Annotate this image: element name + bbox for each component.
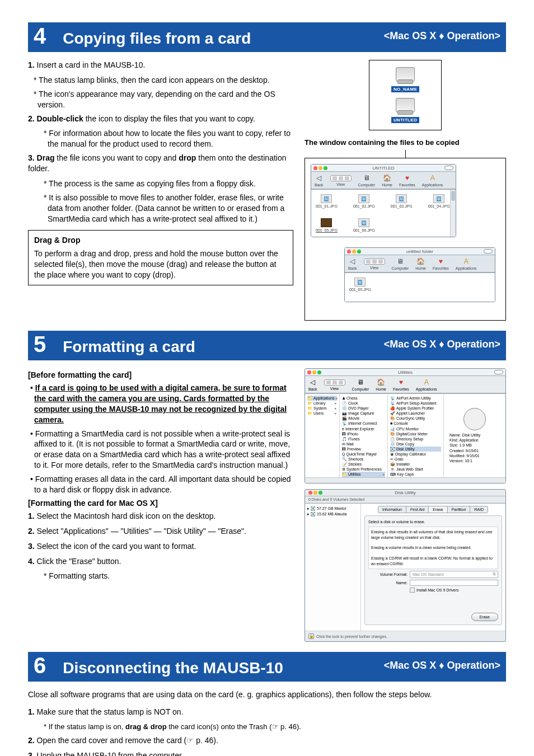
s5-step-3: 3. Select the icon of the card you want … (28, 541, 293, 552)
file-item: 🖼001_04.JPG (428, 194, 450, 208)
s4-step-1: 1. Insert a card in the MAUSB-10. (28, 60, 293, 71)
titlebar: UNTITLED (311, 165, 456, 172)
section-5-tag: <Mac OS X ♦ Operation> (384, 339, 500, 350)
s4-step-3: 3. Drag the file icons you want to copy … (28, 153, 293, 174)
drive-icon-no-name: NO_NAME (391, 67, 419, 92)
section-5-content: [Before formatting the card] • If a card… (28, 368, 506, 642)
back-button: ◁Back (348, 257, 357, 270)
titlebar: Utilities (305, 369, 505, 376)
desktop-icons-illustration: NO_NAME UNTITLED (369, 60, 442, 130)
selection-status: 0 Disks and 0 Volumes Selected (305, 496, 505, 503)
preview-column: Name: Disk Utility Kind: Application Siz… (444, 394, 505, 477)
pointer-line (405, 150, 406, 158)
section-6-number: 6 (34, 653, 46, 678)
file-item: 🖼001_03.JPG (391, 194, 413, 208)
file-item: 🖼001_06.JPG (353, 218, 375, 232)
disk-sidebar: ▸💽57.27 GB Maxtor ▸💽15.62 MB Alauda (305, 504, 361, 631)
column-browser: 📁Applications▸ 📁Library▸ 📁System▸ 📁Users… (305, 393, 505, 477)
section-6-banner: 6 Disconnecting the MAUSB-10 <Mac OS X ♦… (28, 652, 506, 682)
drive-icon (396, 67, 415, 82)
disk-utility-window: Disk Utility 0 Disks and 0 Volumes Selec… (305, 489, 506, 642)
s5-step-1: 1. Select the Macintosh hard disk icon o… (28, 511, 293, 522)
sidebar-disk-1: ▸💽57.27 GB Maxtor (307, 506, 358, 511)
column-1: 📁Applications▸ 📁Library▸ 📁System▸ 📁Users… (305, 394, 340, 477)
file-item: 🖼001_05.JPG (349, 278, 371, 297)
view-button: View (324, 379, 345, 391)
disk-utility-main: Information First Aid Erase Partition RA… (361, 504, 505, 631)
tab-partition: Partition (447, 506, 471, 513)
view-button: View (364, 259, 385, 270)
s4-step-2: 2. Double-click the icon to display the … (28, 114, 293, 124)
computer-button: 🖥Computer (392, 257, 409, 270)
drag-drop-illustration: UNTITLED ◁Back View 🖥Computer 🏠Home ♥Fav… (305, 158, 506, 321)
caption-files-window: The window containing the files to be co… (305, 138, 506, 147)
lock-footer: 🔒 Click the lock to prevent further chan… (305, 631, 505, 641)
file-item: 🖼001_02.JPG (353, 194, 375, 208)
tab-first-aid: First Aid (406, 506, 429, 513)
utilities-finder-window: Utilities ◁Back View 🖥Computer 🏠Home ♥Fa… (305, 368, 506, 483)
disk-utility-icon (463, 408, 486, 430)
window-title: UNTITLED (311, 166, 456, 171)
bullet-3: • Formatting erases all data in the card… (30, 474, 293, 495)
s6-step-3: 3. Unplug the MAUSB-10 from the computer… (28, 750, 506, 756)
horizontal-scrollbar (305, 477, 505, 483)
column-3: 📡AirPort Admin Utility 📡AirPort Setup As… (388, 394, 444, 477)
erase-button-row: Erase (368, 613, 498, 621)
favorites-button: ♥Favorites (393, 378, 409, 391)
file-item: 001_05.JPG (316, 218, 338, 232)
formatting-heading: [Formatting the card for Mac OS X] (28, 499, 293, 508)
install-drivers-label: Install Mac OS 9 Drivers (416, 588, 458, 593)
window-title: Utilities (305, 370, 505, 375)
name-row: Name: (368, 580, 498, 586)
s6-step-1: 1. Make sure that the status lamp is NOT… (28, 707, 506, 717)
view-button: View (330, 175, 352, 186)
applications-button: AApplications (416, 378, 437, 391)
name-label: Name: (368, 580, 407, 585)
section-4-banner: 4 Copying files from a card <Mac OS X ♦ … (28, 22, 506, 52)
s4-note-1: * The status lamp blinks, then the card … (34, 75, 293, 86)
erase-panel: Select a disk or volume to erase. Erasin… (364, 515, 502, 625)
home-button: 🏠Home (376, 378, 386, 391)
window-title: untitled folder (345, 249, 495, 254)
applications-button: AApplications (456, 257, 477, 270)
section-5-number: 5 (34, 332, 46, 357)
computer-button: 🖥Computer (358, 174, 376, 187)
s4-note-4: * The process is the same as copying fil… (44, 179, 293, 189)
section-5-title: Formatting a card (63, 338, 384, 356)
instruction: Select a disk or volume to erase. (368, 519, 498, 524)
install-drivers-row: Install Mac OS 9 Drivers (410, 588, 498, 593)
s4-note-3: * For information about how to locate th… (44, 128, 293, 149)
tab-bar: Information First Aid Erase Partition RA… (364, 506, 502, 513)
s4-note-5: * It is also possible to move files to a… (44, 192, 293, 224)
s4-note-2: * The icon's appearance may vary, depend… (34, 89, 293, 110)
volume-format-label: Volume Format: (368, 572, 407, 577)
section-4-tag: <Mac OS X ♦ Operation> (384, 30, 500, 42)
section-6-title: Disconnecting the MAUSB-10 (63, 659, 384, 677)
drive-label-1: NO_NAME (391, 86, 419, 92)
file-item: 🖼001_01.JPG (316, 194, 338, 208)
drive-label-2: UNTITLED (391, 117, 419, 123)
drag-drop-box: Drag & Drop To perform a drag and drop, … (28, 230, 293, 286)
drag-drop-title: Drag & Drop (34, 235, 287, 246)
section-6-tag: <Mac OS X ♦ Operation> (384, 660, 500, 672)
tab-erase: Erase (428, 506, 447, 513)
computer-button: 🖥Computer (352, 378, 369, 391)
favorites-button: ♥Favorites (399, 174, 415, 187)
finder-toolbar: ◁Back View 🖥Computer 🏠Home ♥Favorites AA… (305, 376, 505, 393)
back-button: ◁Back (308, 378, 317, 391)
drive-icon (396, 98, 415, 112)
s6-intro: Close all software programs that are usi… (28, 689, 506, 700)
section-4-number: 4 (34, 24, 46, 49)
column-2: ♟Chess 🕐Clock 💿DVD Player 📷Image Capture… (340, 394, 388, 477)
s5-step-4: 4. Click the "Erase" button. (28, 556, 293, 567)
titlebar: untitled folder (345, 248, 495, 255)
s6-step-2: 2. Open the card cover and remove the ca… (28, 735, 506, 746)
back-button: ◁Back (315, 174, 324, 187)
erase-notes: Erasing a disk results in all volumes of… (368, 527, 498, 569)
finder-window-source: UNTITLED ◁Back View 🖥Computer 🏠Home ♥Fav… (311, 164, 456, 237)
finder-window-destination: untitled folder ◁Back View 🖥Computer 🏠Ho… (344, 247, 495, 302)
s5-note: * Formatting starts. (44, 571, 293, 581)
finder-toolbar: ◁Back View 🖥Computer 🏠Home ♥Favorites AA… (345, 255, 495, 273)
favorites-button: ♥Favorites (433, 257, 449, 270)
finder-body: 🖼001_01.JPG 🖼001_02.JPG 🖼001_03.JPG 🖼001… (311, 189, 456, 237)
